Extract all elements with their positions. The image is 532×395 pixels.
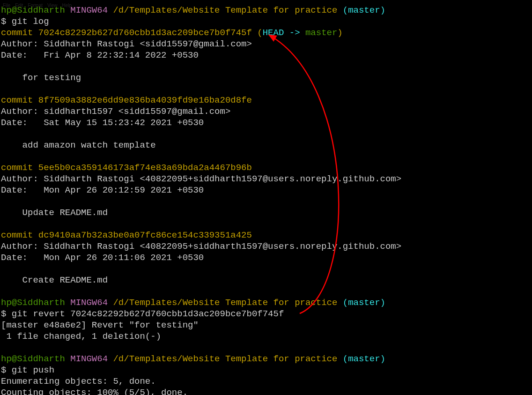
commit-author-2: Author: Siddharth Rastogi <40822095+sidd…: [1, 174, 401, 184]
prompt-host: MINGW64: [70, 5, 108, 15]
revert-output-2: 1 file changed, 1 deletion(-): [1, 331, 161, 342]
revert-output-1: [master e48a6e2] Revert "for testing": [1, 320, 199, 330]
commit-msg-0: for testing: [1, 73, 81, 83]
prompt-dollar: $: [1, 309, 12, 319]
push-output-2: Counting objects: 100% (5/5), done.: [1, 388, 188, 395]
prompt-host: MINGW64: [70, 354, 108, 364]
menu-file[interactable]: File: [3, 0, 10, 11]
prompt-path: /d/Templates/Website Template for practi…: [113, 298, 337, 308]
terminal-output[interactable]: hp@Siddharth MINGW64 /d/Templates/Websit…: [0, 0, 532, 395]
menu-view[interactable]: View: [47, 0, 58, 11]
prompt-branch: (master): [343, 5, 385, 15]
cmd-git-revert: git revert 7024c82292b627d760cbb1d3ac209…: [12, 309, 284, 319]
push-output-1: Enumerating objects: 5, done.: [1, 376, 156, 387]
commit-date-2: Date: Mon Apr 26 20:12:59 2021 +0530: [1, 185, 204, 195]
prompt-user: hp@Siddharth: [1, 354, 65, 364]
prompt-branch: (master): [343, 298, 385, 308]
ref-branch: master: [305, 28, 337, 38]
commit-author-1: Author: siddharth1597 <sidd15597@gmail.c…: [1, 106, 230, 117]
commit-msg-2: Update README.md: [1, 208, 108, 218]
menu-format[interactable]: Format: [28, 0, 43, 11]
ref-head: HEAD ->: [263, 28, 305, 38]
commit-label: commit: [1, 163, 38, 173]
ref-open: (: [252, 28, 263, 38]
menu-help[interactable]: Help: [62, 0, 72, 11]
commit-label: commit: [1, 95, 38, 105]
menu-bar: File Edit Format View Help: [0, 0, 74, 11]
commit-label: commit: [1, 28, 38, 38]
prompt-dollar: $: [1, 365, 12, 375]
commit-author-0: Author: Siddharth Rastogi <sidd15597@gma…: [1, 39, 252, 49]
prompt-user: hp@Siddharth: [1, 298, 65, 308]
prompt-dollar: $: [1, 16, 12, 27]
ref-close: ): [337, 28, 342, 38]
prompt-path: /d/Templates/Website Template for practi…: [113, 5, 337, 15]
commit-msg-1: add amazon watch template: [1, 140, 156, 150]
commit-hash-2: 5ee5b0ca359146173af74e83a69bda2a4467b96b: [38, 163, 252, 173]
commit-author-3: Author: Siddharth Rastogi <40822095+sidd…: [1, 241, 401, 252]
commit-hash-3: dc9410aa7b32a3be0a07fc86ce154c339351a425: [38, 230, 252, 240]
commit-hash-0: 7024c82292b627d760cbb1d3ac209bce7b0f745f: [38, 28, 252, 38]
prompt-path: /d/Templates/Website Template for practi…: [113, 354, 337, 364]
cmd-git-push: git push: [12, 365, 54, 375]
menu-edit[interactable]: Edit: [15, 0, 23, 11]
commit-date-0: Date: Fri Apr 8 22:32:14 2022 +0530: [1, 50, 199, 60]
commit-date-1: Date: Sat May 15 15:23:42 2021 +0530: [1, 118, 204, 128]
commit-label: commit: [1, 230, 38, 240]
prompt-host: MINGW64: [70, 298, 108, 308]
commit-date-3: Date: Mon Apr 26 20:11:06 2021 +0530: [1, 253, 204, 263]
commit-hash-1: 8f7509a3882e6dd9e836ba4039fd9e16ba20d8fe: [38, 95, 252, 105]
cmd-git-log: git log: [12, 16, 49, 27]
commit-msg-3: Create README.md: [1, 275, 108, 285]
prompt-branch: (master): [343, 354, 385, 364]
